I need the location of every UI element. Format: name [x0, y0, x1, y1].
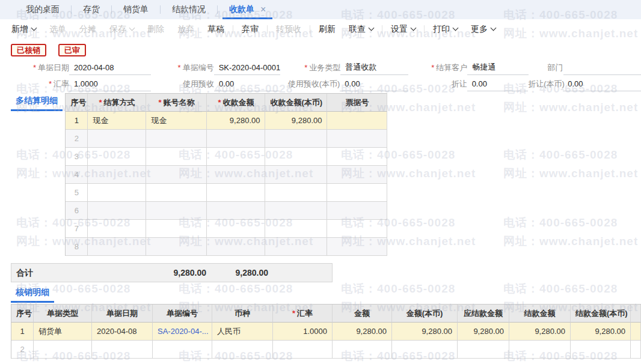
cell[interactable] — [88, 202, 146, 220]
cell[interactable] — [88, 166, 146, 184]
cell[interactable] — [327, 112, 387, 130]
cell[interactable] — [265, 148, 327, 166]
field-label: 使用预收(本币) — [280, 79, 340, 91]
tab-my-desktop[interactable]: 我的桌面 — [18, 0, 67, 19]
cell[interactable] — [88, 130, 146, 148]
cell[interactable] — [571, 341, 631, 359]
cell[interactable] — [146, 166, 207, 184]
cell[interactable] — [146, 238, 207, 256]
row-number: 4 — [66, 166, 88, 184]
bill-date-field-value[interactable]: 2020-04-08 — [69, 63, 151, 75]
cell[interactable]: 销货单 — [34, 323, 92, 341]
cell[interactable] — [327, 220, 387, 238]
used-prepayment-field-value[interactable]: 0.00 — [214, 79, 280, 91]
cell[interactable]: 9,280.00 — [509, 323, 571, 341]
select-order-button[interactable]: 选单 — [43, 24, 73, 35]
print-button[interactable]: 打印 — [426, 24, 464, 35]
cell[interactable] — [88, 220, 146, 238]
cell[interactable] — [265, 220, 327, 238]
delete-button[interactable]: 删除 — [141, 24, 171, 35]
cell[interactable]: 现金 — [88, 112, 146, 130]
cell[interactable] — [327, 184, 387, 202]
cell[interactable] — [327, 238, 387, 256]
cell[interactable] — [88, 184, 146, 202]
cell[interactable] — [265, 202, 327, 220]
cell[interactable] — [265, 238, 327, 256]
cell[interactable] — [509, 341, 571, 359]
cell[interactable] — [207, 166, 265, 184]
cell[interactable] — [212, 341, 273, 359]
cell[interactable]: 9,280.00 — [207, 112, 265, 130]
cell[interactable] — [392, 341, 458, 359]
department-field-value[interactable] — [563, 63, 641, 75]
cell[interactable] — [265, 166, 327, 184]
table-header-row: 序号*结算方式*账号名称*收款金额收款金额(本币)票据号 — [66, 94, 387, 112]
cell[interactable] — [207, 184, 265, 202]
tab-writeoff-detail[interactable]: 核销明细 — [11, 285, 54, 303]
discard-button[interactable]: 放弃 — [171, 24, 201, 35]
cell[interactable]: 2020-04-08 — [92, 323, 153, 341]
tab-sales-order[interactable]: 销货单 — [115, 0, 156, 19]
cell[interactable] — [88, 238, 146, 256]
draft-button[interactable]: 草稿 — [201, 24, 231, 35]
cell[interactable]: 9,280.00 — [458, 323, 509, 341]
tab-settlement-detail[interactable]: 多结算明细 — [11, 93, 63, 111]
bill-no-field-value[interactable]: SK-2020-04-0001 — [214, 63, 281, 75]
cell[interactable] — [265, 184, 327, 202]
cell[interactable] — [207, 238, 265, 256]
cell[interactable] — [207, 148, 265, 166]
cell[interactable] — [146, 202, 207, 220]
used-prepayment-base-field-value[interactable]: 0.00 — [340, 79, 408, 91]
cell[interactable] — [34, 341, 92, 359]
cell[interactable] — [88, 148, 146, 166]
cell[interactable] — [327, 148, 387, 166]
close-icon[interactable]: × — [260, 5, 266, 14]
cell[interactable] — [146, 148, 207, 166]
cell[interactable]: 现金 — [146, 112, 207, 130]
cell[interactable]: 1.0000 — [273, 323, 333, 341]
toolbar: 新增选单分摊保存删除放弃草稿弃审转预收刷新联查设置打印更多 — [0, 19, 641, 39]
cell[interactable] — [153, 341, 212, 359]
discount-field-value[interactable]: 0.00 — [467, 79, 529, 91]
cell[interactable]: SA-2020-04-... — [153, 323, 212, 341]
save-button[interactable]: 保存 — [103, 24, 141, 35]
tab-receipt-bill[interactable]: 收款单× — [221, 0, 274, 19]
settlement-customer-field-value[interactable]: 畅捷通 — [467, 62, 528, 75]
add-button[interactable]: 新增 — [5, 24, 43, 35]
cell[interactable] — [207, 220, 265, 238]
cell[interactable]: 9,280.00 — [333, 323, 392, 341]
unapprove-button[interactable]: 弃审 — [235, 24, 265, 35]
linked-query-button[interactable]: 联查 — [342, 24, 380, 35]
cell[interactable] — [327, 166, 387, 184]
cell[interactable]: 9,280.00 — [265, 112, 327, 130]
refresh-button[interactable]: 刷新 — [312, 24, 342, 35]
discount-base-field-value[interactable]: 0.00 — [563, 79, 641, 91]
cell[interactable] — [327, 202, 387, 220]
more-button[interactable]: 更多 — [464, 24, 502, 35]
cell[interactable]: 9,280.00 — [392, 323, 458, 341]
transfer-prepayment-button[interactable]: 转预收 — [269, 24, 308, 35]
exchange-rate-field-value[interactable]: 1.0000 — [69, 79, 151, 91]
cell[interactable] — [146, 184, 207, 202]
cell[interactable] — [207, 202, 265, 220]
cell[interactable]: 人民币 — [212, 323, 273, 341]
cell[interactable] — [327, 130, 387, 148]
cell[interactable] — [146, 130, 207, 148]
cell[interactable] — [273, 341, 333, 359]
table-empty-row: 4 — [66, 166, 387, 184]
row-number: 1 — [11, 323, 34, 341]
tab-settlement-status[interactable]: 结款情况 — [164, 0, 213, 19]
cell[interactable] — [458, 341, 509, 359]
cell[interactable] — [92, 341, 153, 359]
allocate-button[interactable]: 分摊 — [73, 24, 103, 35]
business-type-field-value[interactable]: 普通收款 — [340, 62, 408, 75]
cell[interactable] — [333, 341, 392, 359]
cell[interactable] — [146, 220, 207, 238]
row-number: 5 — [66, 184, 88, 202]
settings-button[interactable]: 设置 — [384, 24, 422, 35]
cell[interactable]: 9,280.00 — [571, 323, 631, 341]
cell[interactable] — [265, 130, 327, 148]
tab-inventory[interactable]: 存货 — [75, 0, 108, 19]
toolbar-item-label: 设置 — [391, 24, 408, 35]
cell[interactable] — [207, 130, 265, 148]
